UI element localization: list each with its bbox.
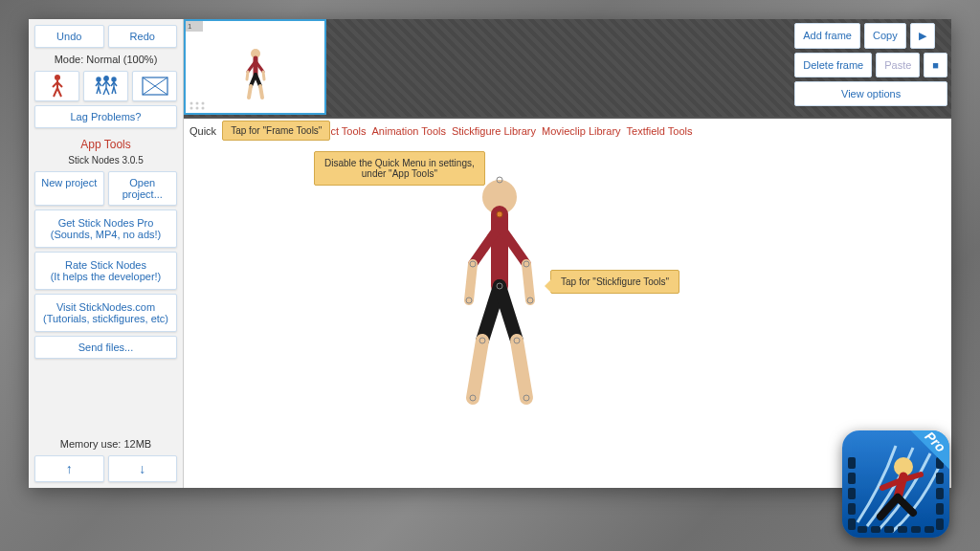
svg-line-4 <box>54 88 57 97</box>
canvas[interactable]: Quick Tap for "Frame Tools" ct Tools Ani… <box>184 119 951 488</box>
stop-icon: ■ <box>932 59 939 71</box>
copy-frame-button[interactable]: Copy <box>864 23 906 49</box>
mode-label: Mode: Normal (100%) <box>34 52 177 67</box>
svg-line-17 <box>106 88 109 95</box>
svg-point-39 <box>202 102 205 105</box>
play-icon: ▶ <box>919 30 926 41</box>
film-holes-bottom <box>858 526 934 536</box>
svg-point-0 <box>55 75 60 80</box>
svg-point-41 <box>196 107 199 110</box>
play-button[interactable]: ▶ <box>910 23 935 49</box>
stickfigure-tools-tip: Tap for "Stickfigure Tools" <box>550 270 679 294</box>
stickfigure-library-link[interactable]: Stickfigure Library <box>452 125 536 137</box>
svg-line-51 <box>473 341 482 398</box>
project-tools-link[interactable]: ct Tools <box>330 125 366 137</box>
open-project-button[interactable]: Open project... <box>108 171 178 206</box>
stop-button[interactable]: ■ <box>924 53 947 77</box>
svg-line-47 <box>469 264 473 300</box>
movieclip-library-link[interactable]: Movieclip Library <box>542 125 621 137</box>
svg-point-37 <box>190 102 193 105</box>
multi-select-tool-button[interactable] <box>83 71 128 101</box>
scroll-up-button[interactable]: ↑ <box>34 455 104 482</box>
lag-button[interactable]: Lag Problems? <box>34 105 177 128</box>
svg-line-23 <box>114 87 116 94</box>
app-tools-heading: App Tools <box>34 138 177 151</box>
animation-tools-link[interactable]: Animation Tools <box>372 125 446 137</box>
svg-line-16 <box>103 88 106 95</box>
svg-line-50 <box>500 286 517 341</box>
arrow-down-icon: ↓ <box>139 461 145 476</box>
svg-line-11 <box>99 87 100 94</box>
svg-line-36 <box>260 86 262 98</box>
rate-button[interactable]: Rate Stick Nodes (It helps the developer… <box>34 252 177 290</box>
app-icon-stickfigure <box>865 453 928 526</box>
frame-number-label: 1 <box>186 21 203 32</box>
svg-line-69 <box>898 497 913 513</box>
svg-point-54 <box>497 211 502 217</box>
pan-icon <box>142 77 168 96</box>
svg-line-35 <box>249 86 251 98</box>
memory-label: Memory use: 12MB <box>34 436 177 452</box>
stickfigure[interactable] <box>442 176 557 415</box>
svg-point-6 <box>97 77 100 81</box>
paste-frame-button[interactable]: Paste <box>876 53 920 77</box>
quick-menu-label: Quick <box>189 125 216 137</box>
redo-button[interactable]: Redo <box>108 25 178 48</box>
svg-line-68 <box>880 497 898 517</box>
frame-controls: Add frame Copy ▶ Delete frame Paste ■ Vi… <box>794 23 947 106</box>
timeline[interactable]: 1 Add fra <box>184 19 951 117</box>
frame-tools-tip: Tap for "Frame Tools" <box>222 121 330 141</box>
view-options-button[interactable]: View options <box>794 81 947 106</box>
svg-point-42 <box>202 107 205 110</box>
svg-line-52 <box>517 341 526 398</box>
svg-line-32 <box>263 72 264 79</box>
quick-menu: Quick Tap for "Frame Tools" ct Tools Ani… <box>184 119 951 143</box>
scroll-down-button[interactable]: ↓ <box>108 455 178 482</box>
svg-line-31 <box>247 72 248 79</box>
stickfigure-thumb-icon <box>241 48 270 100</box>
svg-point-40 <box>190 107 193 110</box>
frame-thumbnail[interactable]: 1 <box>184 19 326 115</box>
undo-button[interactable]: Undo <box>34 25 104 48</box>
new-project-button[interactable]: New project <box>34 171 104 206</box>
main-area: 1 Add fra <box>184 19 951 488</box>
people-icon <box>93 76 120 97</box>
person-icon <box>50 74 65 99</box>
version-label: Stick Nodes 3.0.5 <box>34 155 177 165</box>
svg-point-18 <box>112 77 116 81</box>
pan-tool-button[interactable] <box>132 71 177 101</box>
get-pro-button[interactable]: Get Stick Nodes Pro (Sounds, MP4, no ads… <box>34 209 177 248</box>
film-holes-left <box>845 453 858 534</box>
delete-frame-button[interactable]: Delete frame <box>794 53 872 77</box>
send-files-button[interactable]: Send files... <box>34 336 177 359</box>
sidebar: Undo Redo Mode: Normal (100%) <box>29 19 184 488</box>
svg-point-12 <box>103 77 107 80</box>
svg-line-5 <box>57 88 61 97</box>
arrow-up-icon: ↑ <box>66 461 73 476</box>
add-frame-button[interactable]: Add frame <box>794 23 860 49</box>
app-icon: Pro <box>842 430 949 538</box>
svg-line-48 <box>526 264 530 300</box>
select-tool-button[interactable] <box>34 71 79 101</box>
film-holes-right <box>933 453 947 534</box>
grip-icon <box>189 100 206 110</box>
textfield-tools-link[interactable]: Textfield Tools <box>627 125 693 137</box>
svg-point-38 <box>196 102 199 105</box>
visit-site-button[interactable]: Visit StickNodes.com (Tutorials, stickfi… <box>34 294 177 332</box>
app-window: Undo Redo Mode: Normal (100%) <box>29 19 951 488</box>
